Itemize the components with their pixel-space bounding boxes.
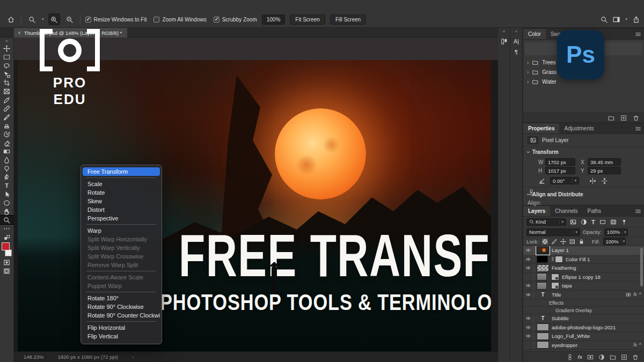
- layer-name[interactable]: eyedropper: [552, 342, 633, 348]
- marquee-tool[interactable]: [0, 53, 14, 61]
- visibility-toggle[interactable]: [523, 255, 534, 264]
- layer-name[interactable]: Subtitle: [552, 315, 641, 321]
- search-icon[interactable]: [601, 16, 608, 23]
- brush-tool[interactable]: [0, 113, 14, 121]
- menu-item[interactable]: [86, 271, 156, 271]
- menu-item[interactable]: Scale: [83, 180, 160, 188]
- close-tab-icon[interactable]: ×: [18, 30, 21, 36]
- path-selection-tool[interactable]: [0, 190, 14, 198]
- tab-layers[interactable]: Layers: [523, 206, 550, 216]
- menu-item[interactable]: Split Warp Crosswise: [83, 252, 160, 261]
- edit-toolbar-button[interactable]: [0, 224, 14, 233]
- options-checkbox[interactable]: Zoom All Windows: [153, 17, 206, 23]
- clone-stamp-tool[interactable]: [0, 121, 14, 130]
- screen-mode-button[interactable]: [0, 267, 14, 275]
- menu-item[interactable]: Rotate 90° Clockwise: [83, 302, 160, 311]
- visibility-toggle[interactable]: [523, 299, 534, 306]
- menu-item[interactable]: [86, 178, 156, 178]
- new-group-icon[interactable]: [608, 115, 614, 121]
- x-field[interactable]: 38.45 mm: [588, 158, 621, 166]
- home-button[interactable]: [5, 14, 16, 25]
- layer-name[interactable]: Logo_Full_White: [552, 333, 641, 339]
- layer-name[interactable]: Effects: [534, 300, 641, 306]
- layer-thumbnail[interactable]: [537, 333, 549, 340]
- new-group-icon[interactable]: [610, 354, 616, 360]
- menu-item[interactable]: Rotate: [83, 188, 160, 197]
- menu-item[interactable]: [86, 224, 156, 225]
- visibility-toggle[interactable]: [523, 264, 534, 272]
- expand-group-icon[interactable]: ›: [527, 69, 529, 75]
- y-field[interactable]: 29 px: [588, 167, 621, 174]
- scrollbar-thumb[interactable]: [640, 248, 643, 286]
- menu-item[interactable]: Rotate 180°: [83, 294, 160, 302]
- filter-pixel-layers-icon[interactable]: [570, 219, 576, 225]
- visibility-toggle[interactable]: [523, 291, 534, 299]
- lasso-tool[interactable]: [0, 61, 14, 70]
- menu-item[interactable]: Distort: [83, 205, 160, 214]
- default-colors-icon[interactable]: [4, 234, 10, 241]
- layer-name[interactable]: Ellipse 1 copy 18: [562, 274, 641, 280]
- filter-smart-objects-icon[interactable]: [610, 219, 617, 225]
- move-tool[interactable]: [0, 44, 14, 53]
- layer-name[interactable]: Layer 1: [552, 247, 641, 253]
- flip-vertical-icon[interactable]: [601, 178, 608, 184]
- panel-menu-icon[interactable]: [635, 125, 641, 132]
- lock-transparent-pixels-icon[interactable]: [542, 239, 548, 245]
- layer-name[interactable]: Color Fill 1: [566, 256, 641, 262]
- blur-tool[interactable]: [0, 156, 14, 164]
- filter-shape-layers-icon[interactable]: [599, 219, 606, 225]
- lock-all-icon[interactable]: [579, 239, 584, 245]
- menu-item[interactable]: Free Transform: [83, 167, 160, 176]
- checkbox[interactable]: [214, 17, 219, 23]
- lock-position-icon[interactable]: [560, 239, 566, 245]
- zoom-level-field[interactable]: 148.23%: [24, 354, 44, 360]
- layer-thumbnail[interactable]: [537, 341, 549, 349]
- menu-item[interactable]: Content-Aware Scale: [83, 273, 160, 282]
- character-panel-icon[interactable]: A|: [514, 38, 519, 45]
- width-field[interactable]: 1702 px: [545, 158, 575, 166]
- tab-color[interactable]: Color: [523, 29, 546, 39]
- blend-mode-dropdown[interactable]: Normal▾: [526, 228, 580, 236]
- layer-row[interactable]: Effects: [523, 299, 644, 307]
- status-chevron-icon[interactable]: ›: [132, 354, 134, 360]
- visibility-toggle[interactable]: [523, 314, 534, 323]
- share-icon[interactable]: [633, 16, 640, 23]
- filter-toggle-icon[interactable]: [621, 219, 627, 225]
- object-selection-tool[interactable]: [0, 70, 14, 78]
- lock-artboard-icon[interactable]: [569, 239, 575, 245]
- layer-thumbnail[interactable]: [537, 282, 547, 290]
- delete-layer-icon[interactable]: [632, 354, 639, 360]
- history-brush-tool[interactable]: [0, 130, 14, 138]
- fit-screen-button[interactable]: Fit Screen: [290, 14, 325, 25]
- layer-thumbnail[interactable]: [537, 255, 548, 263]
- visibility-toggle[interactable]: [523, 332, 534, 341]
- layer-thumbnail[interactable]: [537, 291, 549, 298]
- filter-adjustment-layers-icon[interactable]: [581, 219, 587, 225]
- menu-item[interactable]: Remove Warp Split: [83, 261, 160, 269]
- layer-row[interactable]: Color Fill 1: [523, 255, 644, 264]
- layer-row[interactable]: tapa: [523, 282, 644, 291]
- collapse-toolbar-icon[interactable]: »: [5, 39, 8, 44]
- dodge-tool[interactable]: [0, 164, 14, 173]
- eraser-tool[interactable]: [0, 138, 14, 147]
- collapse-effects-icon[interactable]: [639, 292, 641, 297]
- layer-row[interactable]: Layer 1: [523, 246, 644, 255]
- checkbox[interactable]: [85, 17, 91, 23]
- expand-group-icon[interactable]: ›: [527, 60, 529, 65]
- filter-type-layers-icon[interactable]: T: [591, 219, 595, 225]
- healing-brush-tool[interactable]: [0, 104, 14, 113]
- menu-item[interactable]: Skew: [83, 197, 160, 205]
- rotation-angle-field[interactable]: 0.00°▾: [550, 177, 579, 184]
- zoom-in-button[interactable]: [49, 14, 60, 25]
- gradient-tool[interactable]: [0, 147, 14, 156]
- zoom-out-button[interactable]: [64, 14, 75, 25]
- menu-item[interactable]: [86, 321, 156, 322]
- tab-adjustments[interactable]: Adjustments: [559, 123, 598, 134]
- layer-thumbnail[interactable]: [537, 247, 549, 254]
- menu-item[interactable]: Perspective: [83, 214, 160, 223]
- visibility-toggle[interactable]: [523, 307, 534, 314]
- frame-tool[interactable]: [0, 87, 14, 95]
- layer-name[interactable]: adobe-photoshop-logo-2021: [552, 324, 641, 330]
- expand-panels-icon[interactable]: «: [503, 29, 505, 34]
- layer-name[interactable]: tapa: [562, 283, 641, 289]
